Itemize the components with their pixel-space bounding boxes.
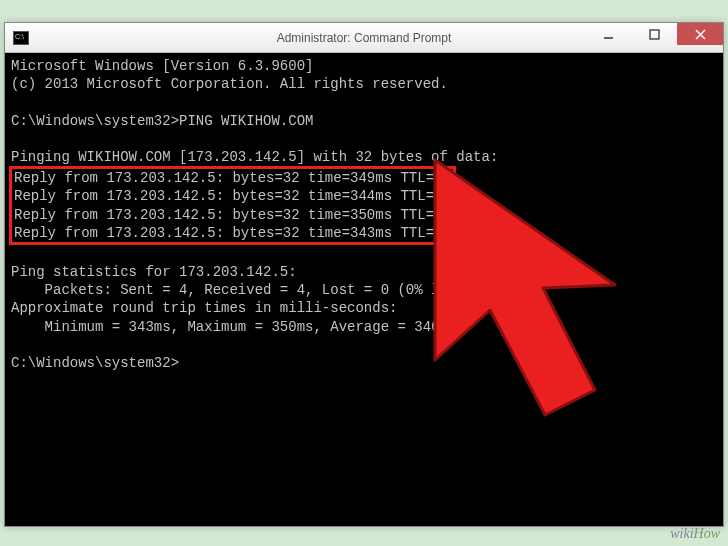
terminal-output[interactable]: Microsoft Windows [Version 6.3.9600] (c)…: [5, 53, 723, 526]
titlebar[interactable]: Administrator: Command Prompt: [5, 23, 723, 53]
prompt-ping-command: C:\Windows\system32>PING WIKIHOW.COM: [11, 113, 313, 129]
svg-rect-1: [650, 30, 659, 39]
reply-line: Reply from 173.203.142.5: bytes=32 time=…: [14, 224, 451, 242]
reply-line: Reply from 173.203.142.5: bytes=32 time=…: [14, 169, 451, 187]
stats-rtt-header: Approximate round trip times in milli-se…: [11, 300, 397, 316]
watermark-wiki: wiki: [670, 526, 693, 541]
pinging-line: Pinging WIKIHOW.COM [173.203.142.5] with…: [11, 149, 498, 165]
reply-line: Reply from 173.203.142.5: bytes=32 time=…: [14, 187, 451, 205]
stats-packets: Packets: Sent = 4, Received = 4, Lost = …: [11, 282, 481, 298]
command-prompt-window: Administrator: Command Prompt Microsoft …: [4, 22, 724, 527]
window-controls: [585, 23, 723, 52]
version-line: Microsoft Windows [Version 6.3.9600]: [11, 58, 313, 74]
stats-rtt-values: Minimum = 343ms, Maximum = 350ms, Averag…: [11, 319, 456, 335]
prompt-idle: C:\Windows\system32>: [11, 355, 179, 371]
watermark-how: How: [694, 526, 720, 541]
window-title: Administrator: Command Prompt: [277, 31, 452, 45]
copyright-line: (c) 2013 Microsoft Corporation. All righ…: [11, 76, 448, 92]
close-button[interactable]: [677, 23, 723, 45]
minimize-button[interactable]: [585, 23, 631, 45]
watermark: wikiHow: [670, 526, 720, 542]
reply-line: Reply from 173.203.142.5: bytes=32 time=…: [14, 206, 451, 224]
stats-header: Ping statistics for 173.203.142.5:: [11, 264, 297, 280]
reply-highlight-box: Reply from 173.203.142.5: bytes=32 time=…: [9, 166, 456, 245]
maximize-button[interactable]: [631, 23, 677, 45]
cmd-icon: [13, 31, 29, 45]
